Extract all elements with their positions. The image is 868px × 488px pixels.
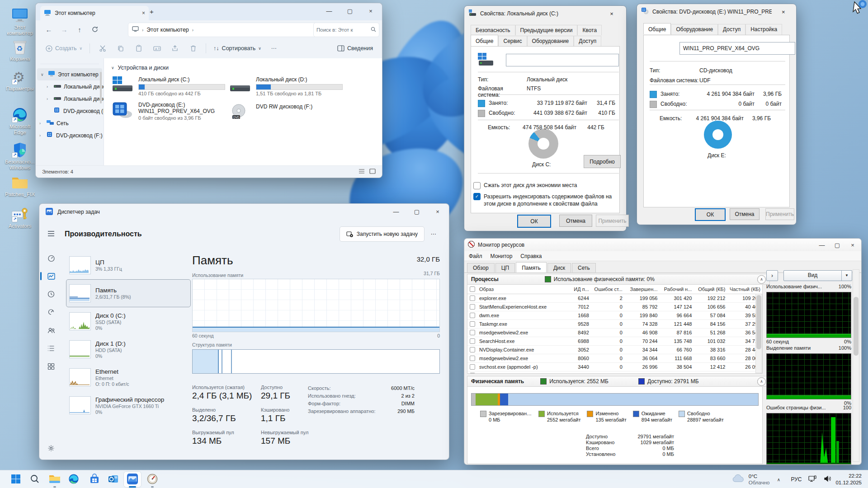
process-row[interactable]: svchost.exe (appmodel -p)3440026 99638 5… — [467, 363, 762, 371]
tree-chevron-icon[interactable]: › — [47, 84, 51, 89]
sidebar-item[interactable]: ›Локальный диск (D:) — [36, 93, 104, 105]
taskbar-explorer-button[interactable] — [46, 471, 64, 488]
column-header[interactable]: Ошибок ст... — [591, 286, 624, 292]
rename-icon[interactable]: A — [149, 41, 165, 56]
breadcrumb[interactable]: › Этот компьютер › — [128, 23, 319, 37]
process-checkbox[interactable] — [470, 364, 475, 370]
tab-close-icon[interactable]: × — [142, 10, 145, 16]
sidebar-item[interactable]: ›Сеть — [36, 117, 104, 129]
search-input[interactable]: Поиск в: Этот к — [313, 23, 379, 37]
process-row[interactable]: NVDisplay.Container.exe3052034 34466 760… — [467, 346, 762, 354]
details-icon[interactable] — [43, 341, 59, 356]
menu-Справка[interactable]: Справка — [520, 253, 542, 259]
performance-card-gpu[interactable]: Графический процессорNVIDIA GeForce GTX … — [66, 392, 190, 419]
expand-pane-button[interactable]: › — [766, 270, 778, 281]
process-checkbox[interactable] — [470, 321, 475, 327]
sort-button[interactable]: ↑↓Сортировать∨ — [211, 45, 264, 52]
forward-icon[interactable]: → — [57, 23, 72, 36]
column-header[interactable]: Образ — [477, 286, 567, 292]
menu-Файл[interactable]: Файл — [469, 253, 482, 259]
process-row[interactable]: Taskmgr.exe9528074 328121 44884 15637 29… — [467, 320, 762, 328]
performance-card-mem[interactable]: Память2,6/31,7 ГБ (8%) — [66, 280, 190, 307]
column-header[interactable]: Общий (КБ) — [693, 286, 727, 292]
column-header[interactable]: ИД п... — [567, 286, 591, 292]
details-pane-button[interactable]: Сведения — [335, 45, 376, 52]
process-checkbox[interactable] — [470, 356, 475, 361]
performance-card-eth[interactable]: EthernetEthernetО: 0 П: 0 кбит/с — [66, 364, 190, 391]
compress-checkbox-row[interactable]: Сжать этот диск для экономии места — [473, 182, 619, 189]
maximize-button[interactable]: ▢ — [406, 204, 427, 219]
process-checkbox[interactable] — [470, 304, 475, 310]
tab-Общие[interactable]: Общие — [643, 23, 671, 34]
taskbar-store-button[interactable] — [85, 471, 104, 488]
run-new-task-button[interactable]: Запустить новую задачу — [340, 226, 425, 242]
process-row[interactable]: msedgewebview2.exe8060036 064111 66883 6… — [467, 354, 762, 363]
volume-icon[interactable] — [820, 475, 835, 483]
tab-Общие[interactable]: Общие — [471, 35, 498, 46]
process-checkbox[interactable] — [470, 347, 475, 352]
tab-Настройка[interactable]: Настройка — [745, 24, 782, 35]
column-header[interactable]: Рабочий н... — [659, 286, 693, 292]
process-row[interactable]: dwm.exe16680199 84096 66457 08439 580 — [467, 311, 762, 320]
tab-ЦП[interactable]: ЦП — [495, 263, 515, 272]
view-button[interactable]: Вид ▼ — [783, 270, 852, 281]
desktop-icon-this-pc[interactable]: Этот компьютер — [3, 7, 37, 36]
network-icon[interactable] — [805, 475, 820, 484]
tree-chevron-icon[interactable]: › — [39, 133, 44, 138]
details-button[interactable]: Подробно — [584, 155, 621, 168]
tab-Диск[interactable]: Диск — [547, 263, 571, 272]
minimize-button[interactable]: — — [386, 204, 406, 219]
apply-button[interactable]: Применить — [765, 208, 794, 220]
tab-Доступ[interactable]: Доступ — [574, 36, 601, 47]
users-icon[interactable] — [43, 323, 59, 338]
graphs-scrollbar[interactable] — [853, 269, 859, 462]
close-button[interactable]: × — [845, 240, 860, 250]
volume-name-field[interactable]: WIN11_PRO_PREV_X64_OVG — [679, 42, 795, 55]
list-view-icon[interactable] — [359, 169, 365, 175]
close-icon[interactable]: × — [602, 10, 622, 17]
process-row[interactable]: StartMenuExperienceHost.exe7012085 79214… — [467, 303, 762, 311]
cancel-button[interactable]: Отмена — [559, 215, 592, 227]
breadcrumb-text[interactable]: Этот компьютер — [146, 27, 189, 33]
drive-tile[interactable]: DVD-дисковод (E:)WIN11_PRO_PREV_X64_OVG0… — [112, 102, 225, 121]
new-tab-button[interactable]: + — [150, 8, 154, 15]
process-row[interactable]: explorer.exe62442199 056301 420192 21210… — [467, 294, 762, 303]
taskbar-outlook-button[interactable] — [104, 471, 123, 488]
process-checkbox[interactable] — [470, 338, 475, 344]
new-button[interactable]: Создать∨ — [43, 45, 85, 52]
refresh-icon[interactable] — [87, 23, 103, 36]
performance-card-cpu[interactable]: ЦП3% 1,33 ГГц — [66, 252, 190, 279]
performance-card-disk1[interactable]: Диск 1 (D:)HDD (SATA)0% — [66, 336, 190, 363]
drive-tile[interactable]: Локальный диск (C:)410 ГБ свободно из 44… — [112, 76, 225, 96]
taskbar-search-button[interactable] — [26, 471, 44, 488]
tab-Предыдущие версии[interactable]: Предыдущие версии — [515, 25, 578, 35]
physical-memory-section-header[interactable]: Физическая память Используется: 2552 МБ … — [467, 376, 770, 387]
process-table-scrollbar[interactable] — [755, 294, 762, 373]
cut-icon[interactable] — [94, 41, 111, 56]
taskbar-start-button[interactable] — [7, 471, 25, 488]
maximize-button[interactable]: ▢ — [830, 240, 845, 250]
drive-tile[interactable]: DVDDVD RW дисковод (F:) — [230, 103, 343, 121]
weather-widget[interactable]: 0°CОблачно — [731, 473, 770, 486]
compress-checkbox[interactable] — [473, 182, 481, 189]
tree-chevron-icon[interactable]: ∨ — [41, 72, 45, 77]
index-checkbox-row[interactable]: ✓ Разрешить индексировать содержимое фай… — [473, 193, 622, 207]
sidebar-scrollbar[interactable] — [98, 58, 104, 166]
process-checkbox[interactable] — [470, 373, 475, 374]
copy-icon[interactable] — [113, 41, 129, 56]
processes-section-header[interactable]: Процессы Использование физической памяти… — [467, 274, 770, 285]
sidebar-item[interactable]: ›Локальный диск (C:) — [36, 80, 104, 93]
delete-icon[interactable] — [185, 41, 201, 56]
app-history-icon[interactable] — [43, 286, 59, 302]
column-header[interactable]: Частный (КБ) — [727, 286, 762, 292]
back-icon[interactable]: ← — [41, 23, 57, 36]
tab-Обзор[interactable]: Обзор — [467, 263, 495, 272]
desktop-icon-recycle-bin[interactable]: ♻Корзина — [3, 39, 37, 62]
menu-icon[interactable] — [43, 226, 59, 241]
drive-tile[interactable]: Локальный диск (D:)1,51 ТБ свободно из 1… — [230, 76, 343, 96]
processes-icon[interactable] — [43, 250, 59, 266]
taskbar-resmon-button[interactable] — [143, 471, 161, 488]
more-icon[interactable]: ⋯ — [266, 41, 282, 56]
services-icon[interactable] — [43, 359, 59, 374]
tab-Квота[interactable]: Квота — [577, 25, 602, 35]
